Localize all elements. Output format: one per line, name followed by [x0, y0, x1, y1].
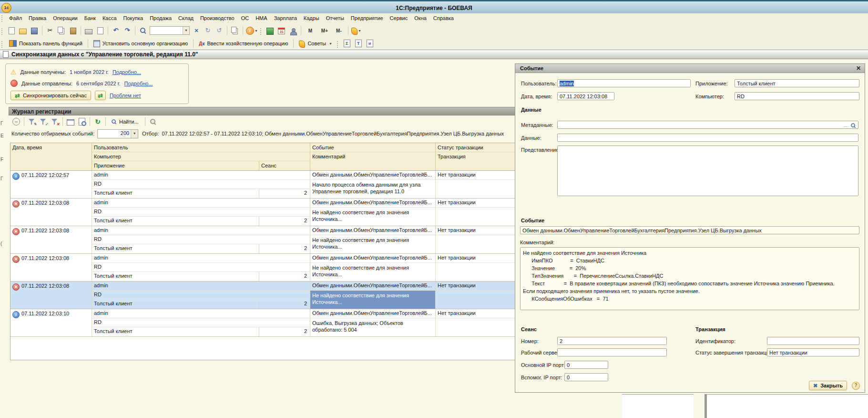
menu-item[interactable]: Производство: [197, 13, 238, 21]
table-doc-button[interactable]: Т: [353, 38, 364, 49]
ellipsis-button[interactable]: ...: [844, 123, 849, 128]
menu-item[interactable]: Склад: [175, 13, 197, 21]
undo-button[interactable]: ↶: [111, 25, 121, 36]
menu-item[interactable]: Кадры: [300, 13, 323, 21]
menu-item[interactable]: Покупка: [120, 13, 147, 21]
received-details-link[interactable]: Подробно...: [112, 69, 141, 75]
filter-settings-button[interactable]: ✎: [27, 116, 37, 127]
menu-item[interactable]: Правка: [25, 13, 50, 21]
data-field[interactable]: [557, 134, 858, 142]
computer-field[interactable]: RD: [735, 92, 859, 100]
set-interval-button[interactable]: ↔: [11, 116, 21, 127]
find-next-button[interactable]: ↻: [203, 25, 213, 36]
menu-item[interactable]: Продажа: [146, 13, 175, 21]
filter-by-value-button[interactable]: ✓: [38, 116, 49, 127]
window-title: 1С:Предприятие - БОЕВАЯ: [0, 5, 868, 11]
show-function-panel-button[interactable]: Показать панель функций: [6, 38, 86, 49]
menu-item[interactable]: Касса: [99, 13, 120, 21]
open-button[interactable]: [18, 25, 28, 36]
memory-mminus-button[interactable]: M-: [332, 25, 346, 36]
presentation-field[interactable]: [557, 146, 858, 196]
menu-item[interactable]: ОС: [238, 13, 253, 21]
user-settings-button[interactable]: [288, 25, 298, 36]
metadata-search-icon[interactable]: [850, 123, 856, 128]
tips-button[interactable]: ▼: [351, 25, 362, 36]
totals-button[interactable]: Σ: [342, 38, 352, 49]
clear-filter-button[interactable]: ✕: [50, 116, 60, 127]
datetime-field[interactable]: 07.11.2022 12:03:08: [557, 92, 614, 100]
transaction-status-field[interactable]: Нет транзакции: [767, 348, 859, 356]
paste-button[interactable]: [68, 25, 78, 36]
menu-item[interactable]: Файл: [6, 13, 25, 21]
cut-button[interactable]: ✂: [45, 25, 55, 36]
cell-user: admin: [92, 282, 310, 291]
clear-search-button[interactable]: ✕: [191, 25, 202, 36]
info-button[interactable]: i▼: [245, 25, 258, 36]
enter-operation-button[interactable]: ДкВвести хозяйственную операцию: [195, 38, 291, 49]
journal-row[interactable]: i07.11.2022 12:03:10adminRDТолстый клиен…: [10, 309, 517, 337]
journal-row[interactable]: ✕07.11.2022 12:03:08adminRDТолстый клиен…: [10, 254, 517, 282]
duplicate-button[interactable]: [230, 25, 240, 36]
sent-details-link[interactable]: Подробно...: [124, 81, 153, 86]
menu-item[interactable]: Предприятие: [347, 13, 387, 21]
session-number-field[interactable]: 2: [557, 337, 667, 345]
close-icon[interactable]: ✕: [856, 65, 861, 72]
sync-check-button[interactable]: ⇄: [95, 91, 106, 100]
set-main-organization-button[interactable]: Установить основную организацию: [90, 38, 192, 49]
find-button[interactable]: Найти...: [108, 117, 143, 126]
search-disabled-button[interactable]: [148, 116, 158, 127]
aux-ip-port-field[interactable]: 0: [564, 373, 608, 381]
print-preview-button[interactable]: [95, 25, 105, 36]
tips-panel-button[interactable]: Советы▼: [296, 38, 335, 49]
metadata-field[interactable]: ...: [557, 121, 858, 129]
mdi-window-titlebar: Синхронизация данных с "Управление торго…: [0, 50, 868, 59]
refresh-button[interactable]: ↻: [92, 116, 103, 127]
close-button[interactable]: ✖Закрыть: [809, 381, 847, 390]
header-session: Сеанс: [259, 161, 310, 170]
help-button[interactable]: ?: [852, 382, 860, 390]
data-section-heading: Данные: [521, 107, 541, 113]
calculator-button[interactable]: [265, 25, 276, 36]
memory-m-button[interactable]: M: [304, 25, 317, 36]
menu-item[interactable]: Окна: [411, 13, 430, 21]
journal-row[interactable]: i07.11.2022 12:02:57adminRDТолстый клиен…: [10, 171, 517, 199]
calendar-button[interactable]: 31: [276, 25, 287, 36]
new-document-button[interactable]: [6, 25, 17, 36]
search-dropdown-icon[interactable]: ▼: [183, 27, 189, 34]
menu-item[interactable]: Зарплата: [271, 13, 300, 21]
main-ip-port-field[interactable]: 0: [564, 361, 608, 369]
redo-button[interactable]: ↷: [122, 25, 133, 36]
menu-item[interactable]: Справка: [430, 13, 457, 21]
journal-row[interactable]: ✕07.11.2022 12:03:08adminRDТолстый клиен…: [10, 282, 517, 309]
find-prev-button[interactable]: ↺: [214, 25, 225, 36]
journal-row[interactable]: ✕07.11.2022 12:03:08adminRDТолстый клиен…: [10, 226, 517, 254]
list-settings-button[interactable]: [65, 116, 76, 127]
application-field[interactable]: Толстый клиент: [735, 79, 859, 87]
count-input[interactable]: 200▼: [97, 129, 138, 138]
search-button[interactable]: [138, 25, 148, 36]
copy-button[interactable]: [56, 25, 67, 36]
employee-doc-button[interactable]: и: [365, 38, 375, 49]
search-input[interactable]: ▼: [150, 26, 190, 35]
comment-field[interactable]: Не найдено соответствие для значения Ист…: [520, 247, 859, 310]
problems-link[interactable]: Проблем нет: [110, 93, 141, 98]
menu-item[interactable]: Отчеты: [323, 13, 347, 21]
event-field[interactable]: Обмен данными.ОбменУправлениеТорговлейБу…: [520, 226, 859, 234]
data-received-row: ⚠ Данные получены: 1 ноября 2022 г. Подр…: [10, 69, 141, 75]
menu-item[interactable]: НМА: [252, 13, 270, 21]
save-button[interactable]: [29, 25, 40, 36]
menu-item[interactable]: Операции: [50, 13, 81, 21]
print-button[interactable]: [83, 25, 94, 36]
menu-item[interactable]: Банк: [81, 13, 99, 21]
output-list-button[interactable]: [77, 116, 87, 127]
tips-dropdown-icon: ▼: [358, 29, 361, 32]
menu-item[interactable]: Сервис: [387, 13, 411, 21]
transaction-id-field[interactable]: [767, 337, 859, 345]
sync-now-button[interactable]: ⇄Синхронизировать сейчас: [10, 91, 91, 100]
user-field[interactable]: admin: [557, 79, 691, 87]
cell-transaction: [436, 318, 517, 336]
journal-row[interactable]: ✕07.11.2022 12:03:08adminRDТолстый клиен…: [10, 199, 517, 226]
memory-mplus-button[interactable]: M+: [318, 25, 331, 36]
count-dropdown-icon[interactable]: ▼: [131, 130, 138, 138]
working-server-field[interactable]: [557, 348, 667, 356]
